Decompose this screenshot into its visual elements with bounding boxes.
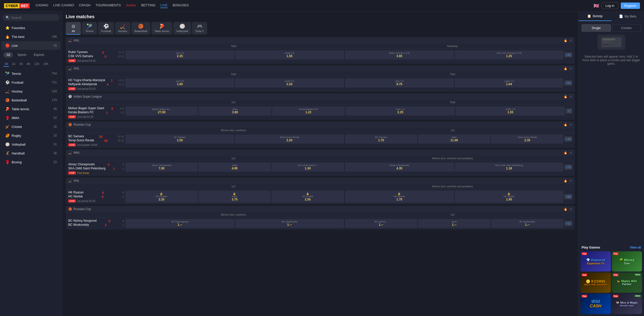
odd-draw-vhl3[interactable]: 🔒 draw 3.75 bbox=[198, 191, 271, 203]
sidebar-item-handball[interactable]: 🤾 Handball 30 bbox=[2, 149, 60, 157]
odd-ska-win[interactable]: SKA-1946 Saint P... 1.30 bbox=[271, 163, 344, 172]
sidebar-item-boxing[interactable]: 🥊 Boxing 22 bbox=[2, 158, 60, 166]
sidebar-item-the-best[interactable]: 🔥 The best 236 bbox=[2, 32, 60, 41]
time-1h[interactable]: 1h bbox=[11, 62, 16, 67]
sport-tab-dota2[interactable]: 🎮 Dota 2 bbox=[192, 22, 207, 35]
view-all-link[interactable]: View all bbox=[630, 246, 641, 249]
sport-tab-hockey[interactable]: 🏒 Hockey bbox=[115, 22, 130, 35]
sport-tab-tennis[interactable]: 🎾 Tennis bbox=[82, 22, 97, 35]
game-card-money-tree[interactable]: Top 🌳 Money Tree bbox=[612, 251, 642, 272]
odd-csk-handicap[interactable]: CSK VVS Samara (+6.5) 1.25 bbox=[455, 50, 564, 59]
nav-casino[interactable]: CASINO bbox=[36, 3, 48, 8]
game-card-wild-cash[interactable]: Top Wild CASH bbox=[581, 294, 611, 314]
odd-bc-samara-1x2[interactable]: BC Samara 1.70 bbox=[345, 134, 417, 144]
odd-mohun-win[interactable]: Mohun Bagan Su... 27.00 bbox=[125, 106, 198, 116]
game-card-mice[interactable]: Top XMAS 🐭 Mice & Magic Wonder Spin bbox=[612, 294, 642, 314]
sidebar-item-mma[interactable]: 🥊 MMA 52 bbox=[2, 114, 60, 122]
nav-live-casino[interactable]: LIVE CASINO bbox=[53, 3, 74, 8]
odd-bc-samara-win[interactable]: BC Samara 1.55 bbox=[125, 134, 234, 144]
odd-almaz-win[interactable]: Almaz Cherepovets 7.00 bbox=[125, 163, 198, 172]
odd-draw-rus2[interactable]: draw 1.-- bbox=[418, 219, 490, 228]
star-icon-vhl1[interactable]: ☆ bbox=[569, 39, 572, 42]
odd-mosk-win[interactable]: BC Moskovskiy 1.-- bbox=[235, 219, 344, 228]
star-icon-vhl3[interactable]: ☆ bbox=[569, 179, 572, 183]
odd-over15-isl[interactable]: over 1.5 2.25 bbox=[346, 106, 455, 116]
odd-kerala-win[interactable]: Kerala Blasters FC 1.22 bbox=[272, 106, 345, 116]
nav-betting[interactable]: BETTING bbox=[141, 3, 155, 8]
sport-tab-volleyball[interactable]: 🏐 Volleyball bbox=[173, 22, 191, 35]
language-flag[interactable]: 🇬🇧 bbox=[593, 3, 599, 9]
game-card-mighty[interactable]: Top XMAS 🐆 Mighty Wild Panther bbox=[612, 273, 642, 293]
odd-ryazan-win[interactable]: 🔒 HK Ryazan 2.20 bbox=[125, 191, 198, 203]
register-button[interactable]: Register bbox=[621, 3, 640, 9]
star-icon-mhl[interactable]: ☆ bbox=[569, 151, 572, 154]
odd-nizhny-1x2[interactable]: BC Nizhno... 1.-- bbox=[345, 219, 417, 228]
odd-nizhny-win[interactable]: BC Nizhnogorod 1.-- bbox=[125, 219, 234, 228]
odd-under75[interactable]: under 7.5 1.04 bbox=[455, 78, 564, 87]
star-icon-rus2[interactable]: ☆ bbox=[569, 207, 572, 211]
time-24h[interactable]: 24h bbox=[42, 62, 49, 67]
tab-esports[interactable]: Esports bbox=[31, 52, 47, 58]
sidebar-item-rugby[interactable]: 🏉 Rugby 32 bbox=[2, 131, 60, 140]
time-3h[interactable]: 3h bbox=[18, 62, 24, 67]
odd-draw-isl[interactable]: draw 3.80 bbox=[199, 106, 271, 116]
odd-draw-mhl[interactable]: draw 4.95 bbox=[198, 163, 271, 172]
odd-over65[interactable]: over 6.5 2.35 bbox=[125, 50, 234, 59]
sport-tab-football[interactable]: ⚽ Football bbox=[98, 22, 114, 35]
login-button[interactable]: Log in bbox=[602, 2, 618, 9]
time-8h[interactable]: 8h bbox=[26, 62, 31, 67]
odd-over75[interactable]: over 7.5 8.75 bbox=[345, 78, 454, 87]
star-icon-vhl2[interactable]: ☆ bbox=[569, 67, 572, 70]
odd-almaz-ot[interactable]: Almaz Cherepovets 4.35 bbox=[345, 163, 454, 172]
game-card-coins[interactable]: Top 🪙 9 COINS HOLD THE JACKPOT bbox=[581, 273, 611, 293]
odd-rubin-handicap[interactable]: Rubin Tyumen (-6.5) 3.65 bbox=[345, 50, 454, 59]
sport-tab-table-tennis[interactable]: 🏓 Table tennis bbox=[151, 22, 172, 35]
sidebar-item-hockey[interactable]: 🏒 Hockey 218 bbox=[2, 87, 60, 96]
nav-tournaments[interactable]: TOURNAMENTS bbox=[96, 3, 121, 8]
sidebar-item-football[interactable]: ⚽ Football 721 bbox=[2, 78, 60, 87]
odd-mosk-1x2[interactable]: BC Moskovskiy 1.-- bbox=[491, 219, 563, 228]
more-nizhny[interactable]: +12 bbox=[564, 221, 572, 226]
my-bets-tab[interactable]: 📄 My Bets bbox=[611, 12, 644, 21]
search-bar[interactable]: 🔍 bbox=[3, 14, 59, 21]
time-all[interactable]: All bbox=[4, 62, 9, 67]
sidebar-item-volleyball[interactable]: 🏐 Volleyball 31 bbox=[2, 140, 60, 149]
betslip-tab[interactable]: 📋 Betslip bbox=[579, 12, 611, 21]
more-rubin[interactable]: +42 bbox=[564, 52, 572, 57]
odd-under15-isl[interactable]: under 1.5 1.55 bbox=[456, 106, 565, 116]
tab-sports[interactable]: Sports bbox=[14, 52, 29, 58]
odd-norilsk-ot[interactable]: 🔒 HC Norilsk 1.95 bbox=[455, 191, 564, 203]
sidebar-item-tennis[interactable]: 🎾 Tennis 754 bbox=[2, 69, 60, 78]
sport-tab-basketball[interactable]: 🏀 Basketball bbox=[131, 22, 150, 35]
nav-aviator[interactable]: Aviator bbox=[126, 3, 136, 8]
nav-live[interactable]: LIVE bbox=[160, 3, 168, 8]
odd-norilsk-win[interactable]: 🔒 HC Norilsk 2.55 bbox=[271, 191, 344, 203]
odd-ryazan-ot[interactable]: 🔒 HK Ryazan 1.75 bbox=[345, 191, 454, 203]
sidebar-item-cricket[interactable]: 🏏 Cricket 32 bbox=[2, 122, 60, 131]
game-card-diamond[interactable]: Top 💎 Diamond Explosion 7s bbox=[581, 251, 611, 272]
more-almaz[interactable]: +79 bbox=[564, 165, 572, 170]
odd-temp-win[interactable]: Temp-Sumz Revda 2.20 bbox=[235, 134, 344, 144]
more-ryazan[interactable]: +88 bbox=[564, 194, 572, 199]
odd-under65[interactable]: under 6.5 1.55 bbox=[235, 50, 344, 59]
nav-bonuses[interactable]: BONUSES bbox=[173, 3, 189, 8]
nav-crash[interactable]: CRASH bbox=[79, 3, 91, 8]
odd-ska-ot[interactable]: SKA-1946 Saint Petersburg 1.18 bbox=[455, 163, 564, 172]
combo-button[interactable]: Combo bbox=[612, 24, 641, 32]
more-samara[interactable]: +10 bbox=[564, 137, 572, 142]
sport-tab-all[interactable]: ⊙ All bbox=[66, 22, 81, 35]
logo[interactable]: CYBER BET bbox=[4, 3, 30, 8]
time-12h[interactable]: 12h bbox=[33, 62, 40, 67]
sidebar-item-favorites[interactable]: ⭐ Favorites bbox=[2, 24, 60, 32]
search-input[interactable] bbox=[11, 16, 56, 19]
odd-over55[interactable]: over 5.5 1.60 bbox=[125, 78, 234, 87]
odd-temp-1x2[interactable]: Temp-Sumz Revda 2.35 bbox=[491, 134, 563, 144]
single-button[interactable]: Single bbox=[582, 24, 611, 32]
tab-all[interactable]: All bbox=[4, 52, 13, 58]
more-isl[interactable]: +7 bbox=[566, 108, 572, 114]
odd-under55[interactable]: under 5.5 2.20 bbox=[235, 78, 344, 87]
odd-draw-rus1[interactable]: draw 11.00 bbox=[418, 134, 490, 144]
more-yugra[interactable]: +53 bbox=[564, 80, 572, 85]
star-icon-isl[interactable]: ☆ bbox=[569, 95, 572, 98]
sidebar-item-table-tennis[interactable]: 🏓 Table tennis 95 bbox=[2, 105, 60, 113]
